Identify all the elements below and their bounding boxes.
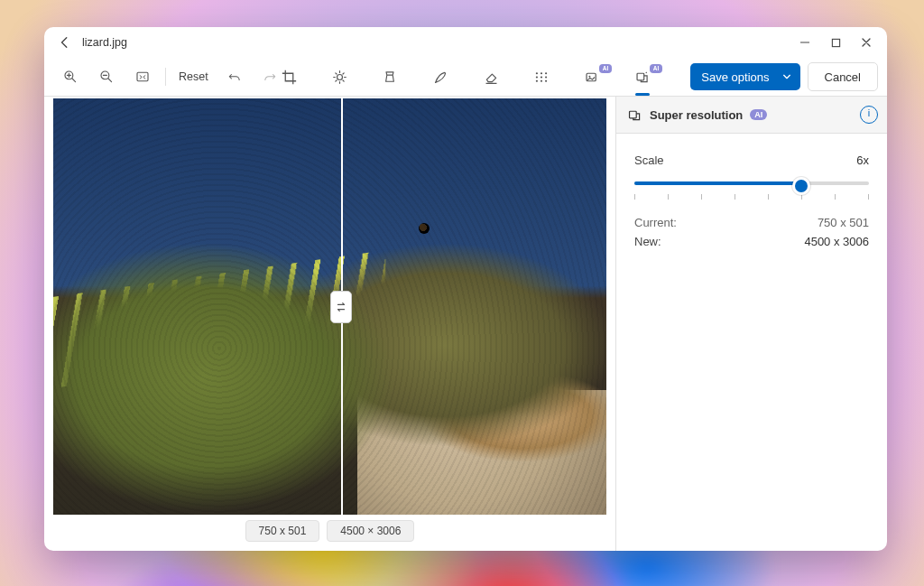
svg-point-13 <box>545 79 547 81</box>
toolbar-divider <box>165 68 166 86</box>
slider-thumb[interactable] <box>792 177 810 195</box>
scale-value: 6x <box>856 153 869 167</box>
panel-header: Super resolution AI i <box>616 97 887 134</box>
editor-toolbar: Reset <box>44 58 887 97</box>
window-controls <box>790 31 882 54</box>
new-label: New: <box>634 235 661 248</box>
close-button[interactable] <box>851 31 882 54</box>
svg-point-5 <box>536 72 538 74</box>
crop-tool[interactable] <box>272 63 306 90</box>
super-resolution-panel: Super resolution AI i Scale 6x <box>615 97 887 551</box>
canvas-area: 750 x 501 4500 × 3006 <box>44 97 615 551</box>
filter-icon <box>383 70 397 85</box>
erase-icon <box>484 70 499 85</box>
maximize-icon <box>831 38 841 48</box>
slider-ticks <box>634 194 869 200</box>
arrow-left-icon <box>59 36 71 49</box>
info-icon[interactable]: i <box>860 106 878 124</box>
file-name: lizard.jpg <box>82 36 127 49</box>
svg-point-10 <box>545 76 547 78</box>
titlebar: lizard.jpg <box>44 27 887 58</box>
markup-tool[interactable] <box>423 63 457 90</box>
save-options-button[interactable]: Save options <box>690 63 799 90</box>
gen-erase-icon <box>584 70 600 85</box>
fit-icon <box>135 70 150 84</box>
blur-icon <box>533 70 550 85</box>
svg-point-9 <box>541 76 542 78</box>
ai-chip: AI <box>750 109 767 120</box>
minimize-icon <box>799 37 810 48</box>
erase-tool[interactable] <box>474 63 508 90</box>
panel-title: Super resolution <box>650 108 743 122</box>
super-resolution-icon <box>634 70 651 85</box>
original-dimensions: 750 x 501 <box>245 520 320 542</box>
super-resolution-icon <box>627 107 642 123</box>
svg-point-15 <box>588 75 590 77</box>
new-dimensions-row: New: 4500 x 3006 <box>634 235 869 248</box>
svg-rect-0 <box>832 39 839 46</box>
zoom-out-button[interactable] <box>89 63 124 90</box>
panel-body: Scale 6x Current: 750 x 501 <box>616 134 887 268</box>
scale-label: Scale <box>634 153 664 167</box>
svg-point-12 <box>541 79 542 81</box>
back-button[interactable] <box>53 31 77 54</box>
crop-icon <box>282 70 297 85</box>
current-value: 750 x 501 <box>818 216 869 229</box>
undo-button[interactable] <box>217 63 252 90</box>
minimize-button[interactable] <box>790 31 820 54</box>
super-resolution-tool[interactable]: AI <box>625 63 660 90</box>
svg-point-7 <box>545 72 547 74</box>
svg-point-11 <box>536 79 538 81</box>
slider-fill <box>634 181 799 185</box>
reset-button[interactable]: Reset <box>171 63 216 90</box>
svg-point-6 <box>541 72 542 74</box>
svg-rect-16 <box>637 73 644 80</box>
compare-handle[interactable] <box>330 291 352 323</box>
background-blur-tool[interactable] <box>524 63 559 90</box>
generative-erase-tool[interactable]: AI <box>575 63 609 90</box>
chevron-down-icon <box>779 72 795 81</box>
scale-row: Scale 6x <box>634 153 869 167</box>
new-dimensions: 4500 × 3006 <box>327 520 414 542</box>
dimension-labels: 750 x 501 4500 × 3006 <box>53 520 606 542</box>
save-options-label: Save options <box>701 70 769 84</box>
cancel-button[interactable]: Cancel <box>808 62 878 91</box>
svg-rect-3 <box>137 72 148 81</box>
adjust-tool[interactable] <box>322 63 356 90</box>
undo-icon <box>227 70 241 84</box>
fit-to-window-button[interactable] <box>125 63 160 90</box>
ai-badge-icon: AI <box>599 64 612 73</box>
current-dimensions-row: Current: 750 x 501 <box>634 216 869 229</box>
swap-icon <box>335 301 347 313</box>
adjust-icon <box>332 70 347 85</box>
image-canvas[interactable] <box>53 98 606 515</box>
zoom-out-icon <box>99 70 114 84</box>
new-value: 4500 x 3006 <box>804 235 869 248</box>
svg-point-4 <box>337 74 342 79</box>
svg-point-8 <box>536 76 538 78</box>
zoom-in-icon <box>63 70 78 84</box>
close-icon <box>861 37 872 48</box>
editor-content: 750 x 501 4500 × 3006 Super resolution A… <box>44 97 887 551</box>
filter-tool[interactable] <box>373 63 407 90</box>
markup-icon <box>433 70 448 85</box>
ai-badge-icon: AI <box>650 64 662 73</box>
current-label: Current: <box>634 216 677 229</box>
maximize-button[interactable] <box>820 31 851 54</box>
photos-editor-window: lizard.jpg Reset <box>44 27 887 551</box>
scale-slider[interactable] <box>634 174 869 192</box>
zoom-in-button[interactable] <box>53 63 88 90</box>
svg-rect-17 <box>630 111 637 118</box>
